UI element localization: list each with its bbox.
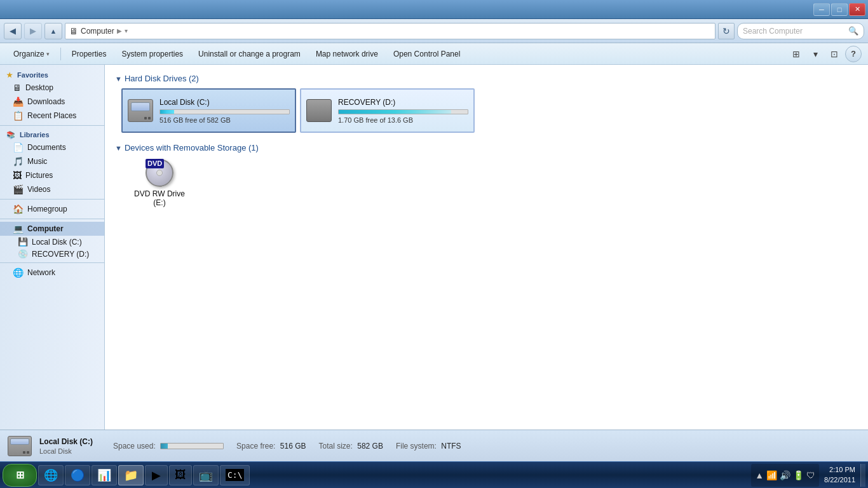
clock-time: 2:10 PM [824,465,855,475]
system-properties-button[interactable]: System properties [114,46,190,62]
drive-dvd-e[interactable]: DVD DVD RW Drive (E:) [121,158,198,208]
drive-d-info: RECOVERY (D:) 1.70 GB free of 13.6 GB [338,98,468,124]
hard-disk-collapse[interactable]: ▼ [115,75,122,83]
sidebar-item-documents[interactable]: 📄 Documents [0,140,104,154]
uninstall-button[interactable]: Uninstall or change a program [191,46,308,62]
search-placeholder: Search Computer [743,27,803,36]
titlebar: ─ □ ✕ [0,0,868,19]
tray-arrow[interactable]: ▲ [755,470,764,480]
network-icon: 🌐 [13,268,24,278]
sidebar-divider-1 [0,125,104,126]
sidebar-item-videos[interactable]: 🎬 Videos [0,182,104,196]
removable-section-header: ▼ Devices with Removable Storage (1) [115,143,858,152]
close-button[interactable]: ✕ [849,3,865,16]
start-button[interactable]: ⊞ [3,464,37,487]
properties-button[interactable]: Properties [65,46,114,62]
status-drive-icon [8,436,32,456]
help-button[interactable]: ? [845,46,862,62]
maximize-button[interactable]: □ [831,3,848,16]
removable-collapse[interactable]: ▼ [115,144,122,152]
sidebar-item-desktop[interactable]: 🖥 Desktop [0,81,104,95]
windows-logo: ⊞ [16,469,24,481]
control-panel-button[interactable]: Open Control Panel [386,46,467,62]
favorites-section: ★ Favorites 🖥 Desktop 📥 Downloads 📋 Rece… [0,69,104,123]
sidebar: ★ Favorites 🖥 Desktop 📥 Downloads 📋 Rece… [0,65,105,430]
status-details: Space used: Space free: 516 GB Total siz… [113,442,461,451]
libraries-header[interactable]: 📚 Libraries [0,128,104,140]
taskbar-app7[interactable]: 📺 [193,465,219,485]
status-file-system: File system: NTFS [396,442,461,451]
sidebar-item-pictures[interactable]: 🖼 Pictures [0,168,104,182]
sidebar-item-homegroup[interactable]: 🏠 Homegroup [0,202,104,216]
libraries-section: 📚 Libraries 📄 Documents 🎵 Music 🖼 Pictur… [0,128,104,196]
videos-icon: 🎬 [13,184,24,194]
app5-icon: ▶ [152,468,161,482]
sidebar-divider-3 [0,219,104,219]
local-disk-c-icon: 💾 [18,237,28,247]
content-area: ▼ Hard Disk Drives (2) Local Disk (C:) [105,65,868,430]
statusbar: Local Disk (C:) Local Disk Space used: S… [0,430,868,461]
sidebar-item-music[interactable]: 🎵 Music [0,154,104,168]
hdd-c-icon [128,99,153,122]
search-box[interactable]: Search Computer 🔍 [737,23,864,39]
hard-disk-section-title: Hard Disk Drives (2) [125,74,199,83]
systray: ▲ 📶 🔊 🔋 🛡 [751,464,819,487]
libraries-icon: 📚 [6,131,15,139]
status-space-free: Space free: 516 GB [236,442,306,451]
hard-drives-grid: Local Disk (C:) 516 GB free of 582 GB RE… [121,88,858,133]
drive-local-disk-c[interactable]: Local Disk (C:) 516 GB free of 582 GB [121,88,296,133]
show-desktop-button[interactable] [860,464,865,487]
view-button[interactable]: ⊞ [788,46,804,62]
sidebar-item-network[interactable]: 🌐 Network [0,266,104,280]
taskbar-cmd[interactable]: C:\ [220,465,250,485]
removable-section-title: Devices with Removable Storage (1) [125,143,259,152]
address-dropdown: ▾ [125,27,128,34]
favorites-header[interactable]: ★ Favorites [0,69,104,81]
drive-c-progress-fill [160,110,174,114]
refresh-button[interactable]: ↻ [718,23,735,39]
preview-button[interactable]: ⊡ [826,46,843,62]
downloads-icon: 📥 [13,97,24,107]
clock[interactable]: 2:10 PM 8/22/2011 [820,465,859,485]
sidebar-item-downloads[interactable]: 📥 Downloads [0,95,104,109]
drive-recovery-d[interactable]: RECOVERY (D:) 1.70 GB free of 13.6 GB [300,88,475,133]
sidebar-item-local-disk-c[interactable]: 💾 Local Disk (C:) [0,236,104,248]
app3-icon: 📊 [97,468,111,482]
tray-battery[interactable]: 🔋 [793,470,804,480]
sidebar-item-recovery-d[interactable]: 💿 RECOVERY (D:) [0,248,104,260]
toolbar-separator [60,48,61,60]
taskbar-app3[interactable]: 📊 [92,465,117,485]
sidebar-item-computer[interactable]: 💻 Computer [0,222,104,236]
removable-drives-grid: DVD DVD RW Drive (E:) [121,158,858,208]
sidebar-item-recent[interactable]: 📋 Recent Places [0,109,104,123]
search-icon: 🔍 [848,26,858,36]
status-info: Local Disk (C:) Local Disk [39,437,93,455]
status-space-used: Space used: [113,442,224,451]
hard-disk-section-header: ▼ Hard Disk Drives (2) [115,74,858,83]
computer-side-icon: 💻 [13,224,24,234]
app6-icon: 🖼 [175,468,186,482]
music-icon: 🎵 [13,156,24,166]
organize-button[interactable]: Organize ▾ [6,46,57,62]
forward-button[interactable]: ▶ [24,23,42,39]
view-dropdown-button[interactable]: ▾ [807,46,824,62]
taskbar-app6[interactable]: 🖼 [169,465,192,485]
explorer-icon: 📁 [124,468,138,482]
drive-d-progress-fill [339,110,451,114]
minimize-button[interactable]: ─ [813,3,830,16]
tray-security[interactable]: 🛡 [806,470,815,480]
back-button[interactable]: ◀ [4,23,22,39]
taskbar-chrome[interactable]: 🔵 [65,465,90,485]
up-button[interactable]: ▲ [44,23,62,39]
taskbar-app5[interactable]: ▶ [145,465,168,485]
taskbar-ie[interactable]: 🌐 [38,465,64,485]
tray-network[interactable]: 📶 [766,470,777,480]
dvd-label: DVD RW Drive (E:) [128,189,191,207]
map-network-button[interactable]: Map network drive [309,46,385,62]
homegroup-icon: 🏠 [13,204,24,214]
taskbar-explorer[interactable]: 📁 [118,465,144,485]
toolbar: Organize ▾ Properties System properties … [0,43,868,65]
tray-volume[interactable]: 🔊 [780,470,790,480]
address-box[interactable]: 🖥 Computer ▶ ▾ [65,23,715,39]
sidebar-divider-4 [0,262,104,263]
